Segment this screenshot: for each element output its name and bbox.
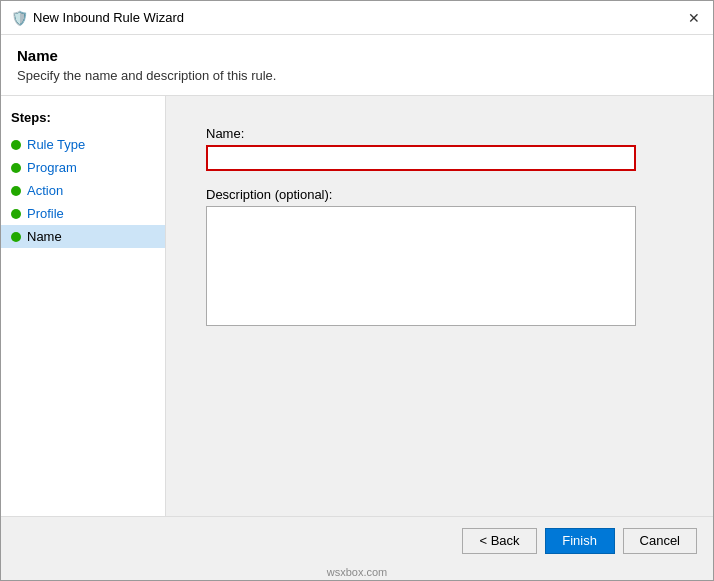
name-label: Name: bbox=[206, 126, 673, 141]
step-dot-profile bbox=[11, 209, 21, 219]
name-input[interactable] bbox=[206, 145, 636, 171]
steps-label: Steps: bbox=[1, 106, 165, 133]
step-label-profile: Profile bbox=[27, 206, 64, 221]
step-label-action: Action bbox=[27, 183, 63, 198]
close-button[interactable]: ✕ bbox=[685, 9, 703, 27]
step-dot-program bbox=[11, 163, 21, 173]
step-dot-rule-type bbox=[11, 140, 21, 150]
back-button[interactable]: < Back bbox=[462, 528, 536, 554]
sidebar-item-profile[interactable]: Profile bbox=[1, 202, 165, 225]
sidebar-item-rule-type[interactable]: Rule Type bbox=[1, 133, 165, 156]
step-label-rule-type: Rule Type bbox=[27, 137, 85, 152]
title-bar: 🛡️ New Inbound Rule Wizard ✕ bbox=[1, 1, 713, 35]
sidebar: Steps: Rule Type Program Action Profile bbox=[1, 96, 166, 516]
footer: < Back Finish Cancel bbox=[1, 516, 713, 564]
watermark: wsxbox.com bbox=[1, 564, 713, 580]
main-body: Steps: Rule Type Program Action Profile bbox=[1, 96, 713, 516]
sidebar-item-name[interactable]: Name bbox=[1, 225, 165, 248]
desc-label: Description (optional): bbox=[206, 187, 673, 202]
finish-button[interactable]: Finish bbox=[545, 528, 615, 554]
window-icon: 🛡️ bbox=[11, 10, 27, 26]
sidebar-item-program[interactable]: Program bbox=[1, 156, 165, 179]
title-bar-left: 🛡️ New Inbound Rule Wizard bbox=[11, 10, 184, 26]
name-form-group: Name: bbox=[206, 126, 673, 171]
page-subtitle: Specify the name and description of this… bbox=[17, 68, 697, 83]
window-title: New Inbound Rule Wizard bbox=[33, 10, 184, 25]
step-label-program: Program bbox=[27, 160, 77, 175]
step-label-name: Name bbox=[27, 229, 62, 244]
desc-form-group: Description (optional): bbox=[206, 187, 673, 329]
header-section: Name Specify the name and description of… bbox=[1, 35, 713, 96]
page-title: Name bbox=[17, 47, 697, 64]
content-area: Name Specify the name and description of… bbox=[1, 35, 713, 516]
cancel-button[interactable]: Cancel bbox=[623, 528, 697, 554]
right-panel: Name: Description (optional): bbox=[166, 96, 713, 516]
desc-textarea[interactable] bbox=[206, 206, 636, 326]
sidebar-item-action[interactable]: Action bbox=[1, 179, 165, 202]
step-dot-action bbox=[11, 186, 21, 196]
wizard-window: 🛡️ New Inbound Rule Wizard ✕ Name Specif… bbox=[0, 0, 714, 581]
step-dot-name bbox=[11, 232, 21, 242]
